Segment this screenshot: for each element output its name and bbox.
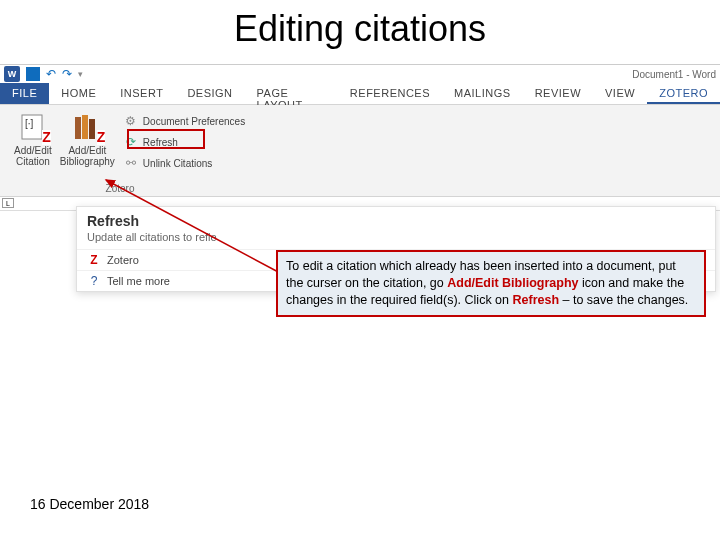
titlebar: W ↶ ↷ ▾ Document1 - Word [0,65,720,83]
word-app-icon: W [4,66,20,82]
add-edit-bibliography-label: Add/Edit Bibliography [60,145,115,167]
tab-references[interactable]: REFERENCES [338,83,442,104]
zotero-z-icon: Z [97,130,106,145]
doc-prefs-label: Document Preferences [143,116,245,127]
zotero-small-icon: Z [87,253,101,267]
document-title: Document1 - Word [632,69,716,80]
ribbon-body: [·] Z Add/Edit Citation Z Add/Edit Bibli… [0,105,720,197]
tab-mailings[interactable]: MAILINGS [442,83,523,104]
qat-customize-icon[interactable]: ▾ [78,69,83,79]
screentip-description: Update all citations to refle [77,231,715,249]
tab-zotero[interactable]: ZOTERO [647,83,720,104]
slide-title: Editing citations [0,0,720,64]
instruction-callout: To edit a citation which already has bee… [276,250,706,317]
save-icon[interactable] [26,67,40,81]
tab-page-layout[interactable]: PAGE LAYOUT [245,83,338,104]
instruction-key-1: Add/Edit Bibliography [447,276,578,290]
add-edit-citation-button[interactable]: [·] Z Add/Edit Citation [10,109,56,169]
add-edit-bibliography-button[interactable]: Z Add/Edit Bibliography [56,109,119,169]
unlink-label: Unlink Citations [143,158,212,169]
tab-insert[interactable]: INSERT [108,83,175,104]
svg-text:[·]: [·] [25,118,34,129]
tab-view[interactable]: VIEW [593,83,647,104]
ribbon-tabs: FILE HOME INSERT DESIGN PAGE LAYOUT REFE… [0,83,720,105]
tab-design[interactable]: DESIGN [175,83,244,104]
document-preferences-button[interactable]: ⚙ Document Preferences [119,111,249,131]
highlight-refresh [127,129,205,149]
instruction-key-2: Refresh [513,293,560,307]
svg-rect-2 [75,117,81,139]
tab-home[interactable]: HOME [49,83,108,104]
gear-icon: ⚙ [123,113,139,129]
word-window: W ↶ ↷ ▾ Document1 - Word FILE HOME INSER… [0,64,720,211]
zotero-z-icon: Z [42,130,51,145]
screentip-tell-me-label: Tell me more [107,275,170,287]
redo-icon[interactable]: ↷ [62,67,72,81]
screentip-zotero-label: Zotero [107,254,139,266]
ribbon-group-label: Zotero [0,179,240,194]
instruction-text-3: – to save the changes. [559,293,688,307]
unlink-citations-button[interactable]: ⚯ Unlink Citations [119,153,249,173]
tab-stop-icon: L [2,198,14,208]
footer-date: 16 December 2018 [30,496,149,512]
svg-rect-4 [89,119,95,139]
svg-rect-3 [82,115,88,139]
screentip-title: Refresh [77,207,715,231]
help-icon: ? [87,274,101,288]
tab-file[interactable]: FILE [0,83,49,104]
undo-icon[interactable]: ↶ [46,67,56,81]
unlink-icon: ⚯ [123,155,139,171]
tab-review[interactable]: REVIEW [523,83,593,104]
add-edit-citation-label: Add/Edit Citation [14,145,52,167]
